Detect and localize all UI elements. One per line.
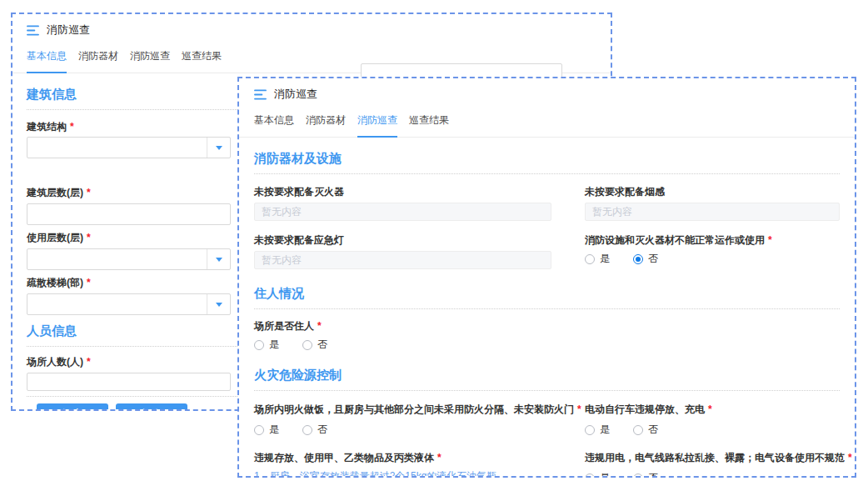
field-ebike-parking: 电动自行车违规停放、充电 * 是 否 bbox=[585, 391, 840, 437]
field-flammable-storage: 违规存放、使用甲、乙类物品及丙类液体 * 1、厨房、浴室存放装载量超过2个15k… bbox=[254, 437, 551, 478]
field-open-fire-cooking: 场所内明火做饭，且厨房与其他部分之间未采用防火分隔、未安装防火门 * 是 否 bbox=[254, 391, 551, 437]
radio-circle-icon bbox=[633, 254, 643, 264]
chevron-down-icon bbox=[216, 146, 222, 150]
tab-inspection-result[interactable]: 巡查结果 bbox=[409, 113, 449, 137]
radio-circle-icon bbox=[585, 254, 595, 264]
radio-circle-icon bbox=[633, 473, 643, 478]
used-floors-select[interactable] bbox=[27, 248, 231, 270]
tab-basic-info[interactable]: 基本信息 bbox=[27, 49, 67, 73]
radio-yes[interactable]: 是 bbox=[585, 252, 610, 266]
window-header: 消防巡查 bbox=[12, 14, 611, 38]
field-label: 违规用电，电气线路私拉乱接、裸露；电气设备使用不规范 * bbox=[585, 452, 852, 463]
radio-no[interactable]: 否 bbox=[633, 471, 658, 478]
radio-no[interactable]: 否 bbox=[633, 423, 658, 437]
radio-circle-icon bbox=[585, 425, 595, 435]
smoke-disabled-input: 暂无内容 bbox=[585, 203, 840, 221]
field-label: 违规存放、使用甲、乙类物品及丙类液体 * bbox=[254, 452, 551, 463]
select-caret-zone[interactable] bbox=[207, 249, 230, 269]
required-asterisk: * bbox=[87, 232, 91, 243]
field-label-occupied: 场所是否住人 * bbox=[254, 320, 840, 332]
section-title-equipment: 消防器材及设施 bbox=[254, 151, 840, 167]
field-smoke-detector: 未按要求配备烟感 暂无内容 bbox=[585, 174, 840, 221]
extinguisher-disabled-input: 暂无内容 bbox=[254, 203, 551, 221]
tab-fire-equipment[interactable]: 消防器材 bbox=[306, 113, 346, 137]
field-label: 消防设施和灭火器材不能正常运作或使用 * bbox=[585, 234, 840, 246]
radio-circle-icon bbox=[633, 425, 643, 435]
select-caret-zone[interactable] bbox=[207, 294, 230, 314]
structure-select[interactable] bbox=[27, 137, 231, 158]
page-title: 消防巡查 bbox=[274, 87, 317, 102]
floors-input[interactable] bbox=[27, 203, 231, 225]
tab-fire-equipment[interactable]: 消防器材 bbox=[78, 49, 118, 73]
chevron-down-icon bbox=[216, 258, 222, 262]
field-label: 未按要求配备应急灯 bbox=[254, 234, 551, 246]
field-emergency-light: 未按要求配备应急灯 暂无内容 bbox=[254, 221, 551, 269]
tab-fire-inspection[interactable]: 消防巡查 bbox=[357, 113, 397, 138]
required-asterisk: * bbox=[317, 320, 322, 332]
window-fire-inspection: 消防巡查 基本信息 消防器材 消防巡查 巡查结果 消防器材及设施 未按要求配备灭… bbox=[237, 77, 856, 478]
save-draft-button[interactable]: 暂存 bbox=[116, 403, 187, 411]
required-asterisk: * bbox=[577, 403, 581, 415]
dotted-divider bbox=[254, 308, 840, 309]
required-asterisk: * bbox=[87, 356, 91, 368]
radio-group-occupied: 是 否 bbox=[254, 338, 840, 352]
radio-yes[interactable]: 是 bbox=[254, 338, 279, 352]
radio-no[interactable]: 否 bbox=[302, 423, 327, 437]
required-asterisk: * bbox=[708, 403, 712, 415]
section-title-residence: 住人情况 bbox=[254, 286, 840, 302]
section-title-hazard: 火灾危险源控制 bbox=[254, 368, 840, 383]
radio-no[interactable]: 否 bbox=[633, 252, 658, 266]
chevron-down-icon bbox=[216, 303, 222, 307]
menu-collapse-icon[interactable] bbox=[254, 89, 267, 100]
radio-yes[interactable]: 是 bbox=[254, 423, 279, 437]
radio-circle-icon bbox=[302, 425, 312, 435]
required-asterisk: * bbox=[437, 452, 441, 463]
people-count-input[interactable] bbox=[27, 373, 231, 391]
field-label: 电动自行车违规停放、充电 * bbox=[585, 403, 840, 415]
radio-group-open-fire: 是 否 bbox=[254, 423, 551, 437]
field-equipment-not-working: 消防设施和灭火器材不能正常运作或使用 * 是 否 bbox=[585, 221, 840, 269]
window-header: 消防巡查 bbox=[239, 78, 855, 102]
required-asterisk: * bbox=[848, 452, 852, 463]
menu-collapse-icon[interactable] bbox=[27, 25, 39, 36]
stairs-select[interactable] bbox=[27, 293, 231, 315]
flammable-storage-detail-link[interactable]: 1、厨房、浴室存放装载量超过2个15kg的液化石油气瓶 bbox=[254, 469, 551, 478]
radio-circle-icon bbox=[254, 340, 264, 350]
radio-circle-icon bbox=[302, 340, 312, 350]
field-label: 场所内明火做饭，且厨房与其他部分之间未采用防火分隔、未安装防火门 * bbox=[254, 403, 551, 415]
tab-fire-inspection[interactable]: 消防巡查 bbox=[130, 49, 170, 73]
radio-yes[interactable]: 是 bbox=[585, 471, 610, 478]
field-label: 未按要求配备烟感 bbox=[585, 186, 840, 198]
radio-circle-icon bbox=[585, 473, 595, 478]
required-asterisk: * bbox=[70, 121, 74, 133]
required-asterisk: * bbox=[87, 277, 91, 288]
field-electrical-violation: 违规用电，电气线路私拉乱接、裸露；电气设备使用不规范 * 是 否 bbox=[585, 437, 852, 478]
tab-basic-info[interactable]: 基本信息 bbox=[254, 113, 294, 137]
field-extinguisher: 未按要求配备灭火器 暂无内容 bbox=[254, 174, 551, 221]
radio-group-not-working: 是 否 bbox=[585, 252, 840, 266]
radio-yes[interactable]: 是 bbox=[585, 423, 610, 437]
radio-no[interactable]: 否 bbox=[302, 338, 327, 352]
tab-bar: 基本信息 消防器材 消防巡查 巡查结果 bbox=[239, 102, 855, 138]
radio-group-electrical: 是 否 bbox=[585, 471, 852, 478]
required-asterisk: * bbox=[768, 234, 772, 246]
tab-inspection-result[interactable]: 巡查结果 bbox=[182, 49, 222, 73]
fire-inspection-form: 消防器材及设施 未按要求配备灭火器 暂无内容 未按要求配备烟感 暂无内容 未按要… bbox=[239, 151, 855, 478]
page-title: 消防巡查 bbox=[47, 23, 90, 38]
field-label: 未按要求配备灭火器 bbox=[254, 186, 551, 198]
submit-button[interactable]: 提交 bbox=[37, 403, 108, 411]
emergency-light-disabled-input: 暂无内容 bbox=[254, 251, 551, 269]
required-asterisk: * bbox=[87, 187, 91, 198]
radio-group-ebike: 是 否 bbox=[585, 423, 840, 437]
radio-circle-icon bbox=[254, 425, 264, 435]
select-caret-zone[interactable] bbox=[207, 138, 230, 158]
